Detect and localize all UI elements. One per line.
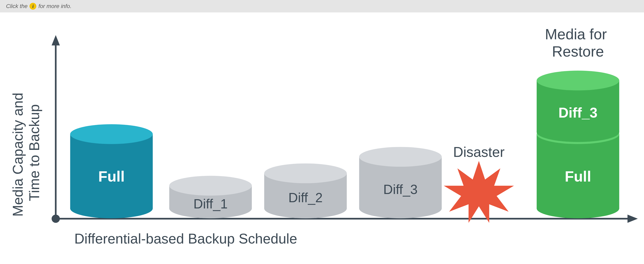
- y-axis-label-line1: Media Capacity and: [10, 93, 26, 217]
- svg-point-9: [264, 164, 347, 183]
- cylinder-diff3: Diff_3: [359, 147, 442, 218]
- disaster-group: Disaster: [444, 144, 514, 223]
- svg-point-12: [359, 147, 442, 167]
- svg-point-18: [536, 71, 619, 90]
- svg-point-3: [70, 124, 153, 144]
- svg-text:Media Capacity and
      Time : Media Capacity and Time to Backup: [10, 89, 42, 217]
- x-axis-label: Differential-based Backup Schedule: [74, 231, 297, 247]
- info-icon[interactable]: i: [30, 3, 36, 10]
- svg-point-6: [169, 176, 252, 196]
- disaster-label: Disaster: [453, 144, 504, 160]
- restore-cylinder-diff3: Diff_3: [536, 71, 619, 142]
- cylinder-diff1: Diff_1: [169, 176, 252, 218]
- info-bar-prefix: Click the: [6, 3, 28, 9]
- y-axis-arrow: [52, 35, 60, 45]
- y-axis-label-line2: Time to Backup: [26, 104, 42, 201]
- cylinder-full: Full: [70, 124, 153, 218]
- cylinder-diff1-label: Diff_1: [193, 196, 228, 211]
- info-bar-suffix: for more info.: [38, 3, 72, 9]
- y-axis-label: Media Capacity and Time to Backup: [10, 89, 42, 217]
- restore-title: Media for Restore: [545, 26, 611, 60]
- cylinder-diff2-label: Diff_2: [288, 190, 322, 205]
- x-axis-arrow: [628, 215, 638, 223]
- restore-title-line2: Restore: [552, 43, 604, 60]
- disaster-starburst-icon: [444, 161, 514, 223]
- cylinder-diff2: Diff_2: [264, 164, 347, 219]
- backup-diagram: Media Capacity and Time to Backup Differ…: [0, 12, 644, 260]
- cylinder-full-label: Full: [98, 168, 125, 185]
- restore-title-line1: Media for: [545, 26, 607, 42]
- restore-cylinder-full-label: Full: [565, 168, 591, 185]
- cylinder-diff3-label: Diff_3: [383, 182, 418, 197]
- info-bar: Click the i for more info.: [0, 0, 644, 12]
- restore-cylinder-diff3-label: Diff_3: [558, 105, 598, 121]
